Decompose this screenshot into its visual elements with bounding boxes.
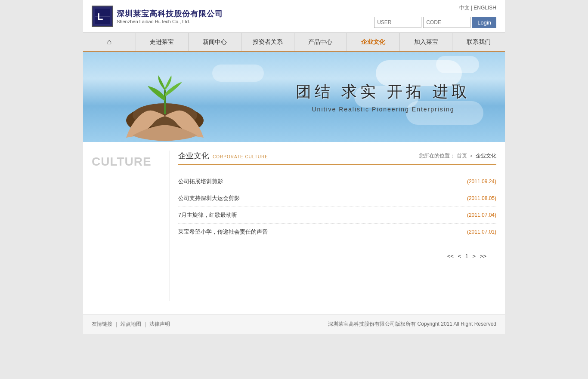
- nav-investor[interactable]: 投资者关系: [241, 33, 294, 51]
- banner-en-text: Unitive Realistic Pioneering Enterprisin…: [296, 106, 470, 113]
- breadcrumb-arrow: ＞: [469, 152, 474, 160]
- footer-link[interactable]: 站点地图: [121, 320, 141, 328]
- content-area: 企业文化 CORPORATE CULTURE 您所在的位置： 首页 ＞ 企业文化…: [169, 151, 496, 301]
- footer-links: 友情链接|站点地图|法律声明: [92, 320, 170, 328]
- article-title-link[interactable]: 公司支持深圳大运会剪影: [178, 194, 240, 202]
- nav-product[interactable]: 产品中心: [294, 33, 347, 51]
- content-header: 企业文化 CORPORATE CULTURE 您所在的位置： 首页 ＞ 企业文化: [178, 151, 496, 165]
- nav-join[interactable]: 加入莱宝: [400, 33, 453, 51]
- article-item: 公司支持深圳大运会剪影(2011.08.05): [178, 190, 496, 207]
- breadcrumb: 您所在的位置： 首页 ＞ 企业文化: [419, 152, 496, 160]
- banner-text: 团结 求实 开拓 进取 Unitive Realistic Pioneering…: [296, 81, 470, 113]
- logo-icon: L: [92, 6, 113, 27]
- footer: 友情链接|站点地图|法律声明 深圳莱宝高科技股份有限公司版权所有 Copyrig…: [83, 314, 505, 334]
- lang-links: 中文 | ENGLISH: [459, 4, 497, 12]
- lang-cn-link[interactable]: 中文: [459, 5, 470, 11]
- article-item: 莱宝希望小学，传递社会责任的声音(2011.07.01): [178, 224, 496, 240]
- content-title-en: CORPORATE CULTURE: [213, 154, 268, 159]
- nav-home[interactable]: ⌂: [83, 33, 136, 51]
- pagination-prev[interactable]: <: [458, 253, 461, 259]
- header-top-right: 中文 | ENGLISH Login: [374, 4, 496, 28]
- content-title: 企业文化 CORPORATE CULTURE: [178, 151, 268, 161]
- lang-separator: |: [471, 5, 472, 11]
- nav-contact[interactable]: 联系我们: [452, 33, 505, 51]
- footer-link[interactable]: 友情链接: [92, 320, 112, 328]
- article-date: (2011.09.24): [467, 179, 496, 185]
- article-date: (2011.08.05): [467, 195, 496, 201]
- lang-en-link[interactable]: ENGLISH: [473, 5, 496, 11]
- culture-label: CULTURE: [92, 155, 161, 169]
- pagination-last[interactable]: >>: [480, 253, 486, 259]
- footer-link-sep: |: [145, 321, 146, 327]
- pagination-next[interactable]: >: [473, 253, 476, 259]
- nav-about[interactable]: 走进莱宝: [136, 33, 189, 51]
- footer-copyright: 深圳莱宝高科技股份有限公司版权所有 Copyright 2011 All Rig…: [328, 320, 496, 328]
- article-list: 公司拓展培训剪影(2011.09.24)公司支持深圳大运会剪影(2011.08.…: [178, 173, 496, 240]
- banner: 团结 求实 开拓 进取 Unitive Realistic Pioneering…: [83, 52, 505, 142]
- login-area: Login: [374, 17, 496, 28]
- logo-text: 深圳莱宝高科技股份有限公司 Shenzhen Laibao Hi-Tech Co…: [117, 9, 223, 24]
- code-input[interactable]: [423, 17, 470, 28]
- home-icon: ⌂: [107, 37, 111, 46]
- article-item: 公司拓展培训剪影(2011.09.24): [178, 173, 496, 190]
- user-input[interactable]: [374, 17, 421, 28]
- nav-bar: ⌂ 走进莱宝 新闻中心 投资者关系 产品中心 企业文化 加入莱宝 联系我们: [83, 33, 505, 52]
- breadcrumb-home[interactable]: 首页: [457, 152, 467, 160]
- sidebar: CULTURE: [92, 151, 161, 301]
- banner-cn-text: 团结 求实 开拓 进取: [296, 81, 470, 102]
- article-item: 7月主旋律，红歌最动听(2011.07.04): [178, 207, 496, 224]
- article-title-link[interactable]: 7月主旋律，红歌最动听: [178, 211, 237, 219]
- pagination: << < 1 > >>: [178, 253, 496, 259]
- footer-link[interactable]: 法律声明: [149, 320, 170, 328]
- article-date: (2011.07.01): [467, 229, 496, 235]
- article-title-link[interactable]: 莱宝希望小学，传递社会责任的声音: [178, 228, 268, 236]
- logo-area: L 深圳莱宝高科技股份有限公司 Shenzhen Laibao Hi-Tech …: [92, 6, 223, 27]
- pagination-current: 1: [465, 253, 468, 259]
- pagination-first[interactable]: <<: [447, 253, 454, 259]
- logo-cn: 深圳莱宝高科技股份有限公司: [117, 9, 223, 19]
- breadcrumb-current: 企业文化: [476, 152, 496, 160]
- login-button[interactable]: Login: [472, 17, 496, 28]
- article-date: (2011.07.04): [467, 212, 496, 218]
- footer-link-sep: |: [116, 321, 117, 327]
- banner-hands: [109, 65, 221, 142]
- article-title-link[interactable]: 公司拓展培训剪影: [178, 178, 223, 185]
- nav-news[interactable]: 新闻中心: [189, 33, 241, 51]
- nav-culture[interactable]: 企业文化: [347, 33, 400, 51]
- breadcrumb-prefix: 您所在的位置：: [419, 152, 455, 160]
- main-content: CULTURE 企业文化 CORPORATE CULTURE 您所在的位置： 首…: [83, 142, 505, 314]
- content-title-cn: 企业文化: [178, 151, 209, 161]
- logo-en: Shenzhen Laibao Hi-Tech Co., Ltd.: [117, 19, 223, 24]
